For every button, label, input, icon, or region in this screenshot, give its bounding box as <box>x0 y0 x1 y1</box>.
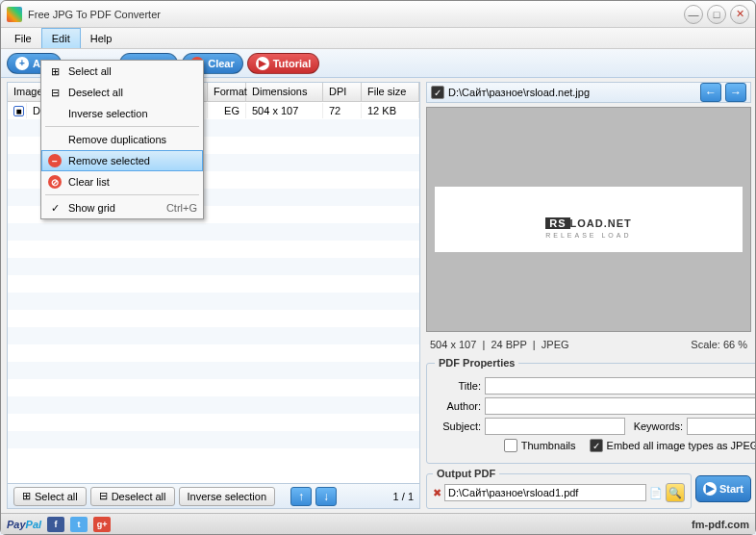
image-info: 504 x 107 | 24 BPP | JPEG Scale: 66 % <box>426 336 751 353</box>
statusbar: PayPal f t g+ fm-pdf.com <box>1 513 755 534</box>
row-checkbox[interactable]: ■ <box>13 106 24 116</box>
edit-dropdown: ⊞Select all ⊟Deselect all Inverse select… <box>40 60 204 219</box>
preview-header: ✓ D:\Сайт\разное\rsload.net.jpg ← → <box>426 82 751 103</box>
thumbnails-checkbox[interactable] <box>504 439 517 452</box>
delete-output-icon[interactable]: ✖ <box>433 487 441 499</box>
maximize-button[interactable]: □ <box>707 5 726 24</box>
select-all-button[interactable]: ⊞Select all <box>13 487 87 506</box>
keywords-field[interactable] <box>687 418 755 435</box>
minus-icon: − <box>48 154 62 167</box>
menu-remove-duplications[interactable]: Remove duplications <box>41 129 203 150</box>
app-icon <box>7 7 22 22</box>
menu-inverse[interactable]: Inverse selection <box>41 103 203 124</box>
scale-label: Scale: 66 % <box>691 339 747 350</box>
next-image-button[interactable]: → <box>725 83 746 102</box>
embed-jpeg-checkbox[interactable]: ✓ <box>590 439 603 452</box>
titlebar: Free JPG To PDF Converter — □ ✕ <box>1 1 755 28</box>
prev-image-button[interactable]: ← <box>700 83 721 102</box>
menu-remove-selected[interactable]: −Remove selected <box>41 150 203 171</box>
preview-path: D:\Сайт\разное\rsload.net.jpg <box>448 87 696 98</box>
expand-minus-icon: ⊟ <box>47 87 63 99</box>
col-dpi[interactable]: DPI <box>323 83 362 101</box>
menu-edit[interactable]: Edit <box>41 28 81 48</box>
play-icon: ▶ <box>256 57 269 70</box>
deselect-all-button[interactable]: ⊟Deselect all <box>90 487 175 506</box>
check-icon: ✓ <box>47 202 63 215</box>
inverse-button[interactable]: Inverse selection <box>179 487 276 506</box>
page-indicator: 1 / 1 <box>393 491 414 502</box>
pdf-properties: PDF Properties Title: Author: Subject: K… <box>426 357 755 464</box>
tutorial-button[interactable]: ▶Tutorial <box>247 53 320 74</box>
menu-show-grid[interactable]: ✓Show gridCtrl+G <box>41 197 203 218</box>
play-icon: ▶ <box>703 482 717 496</box>
move-up-button[interactable]: ↑ <box>290 487 312 506</box>
facebook-icon[interactable]: f <box>47 517 64 532</box>
menu-help[interactable]: Help <box>81 28 122 48</box>
googleplus-icon[interactable]: g+ <box>93 517 111 532</box>
right-panel: ✓ D:\Сайт\разное\rsload.net.jpg ← → RSLO… <box>426 82 751 509</box>
move-down-button[interactable]: ↓ <box>315 487 337 506</box>
grid-footer: ⊞Select all ⊟Deselect all Inverse select… <box>8 483 419 508</box>
menu-select-all[interactable]: ⊞Select all <box>41 61 203 82</box>
preview-area: RSLOAD.NET RELEASE LOAD <box>426 107 751 332</box>
window-title: Free JPG To PDF Converter <box>28 9 680 20</box>
pdf-icon: 📄 <box>649 487 663 499</box>
menu-deselect-all[interactable]: ⊟Deselect all <box>41 82 203 103</box>
browse-button[interactable]: 🔍 <box>666 483 685 502</box>
minimize-button[interactable]: — <box>684 5 703 24</box>
deselect-all-icon: ⊟ <box>99 490 108 502</box>
clear-icon: ⊘ <box>48 175 62 189</box>
col-filesize[interactable]: File size <box>362 83 419 101</box>
paypal-link[interactable]: PayPal <box>7 519 41 530</box>
expand-plus-icon: ⊞ <box>47 65 63 78</box>
subject-field[interactable] <box>485 418 625 435</box>
preview-toggle[interactable]: ✓ <box>431 86 444 99</box>
menu-clear-list[interactable]: ⊘Clear list <box>41 171 203 192</box>
output-pdf: Output PDF ✖ 📄 🔍 <box>426 468 692 509</box>
start-button[interactable]: ▶Start <box>695 475 751 502</box>
col-format[interactable]: Format <box>208 83 246 101</box>
output-path-field[interactable] <box>444 484 646 501</box>
menubar: File Edit Help <box>1 28 755 49</box>
author-field[interactable] <box>485 397 755 415</box>
menu-file[interactable]: File <box>5 28 41 48</box>
title-field[interactable] <box>485 377 755 395</box>
close-button[interactable]: ✕ <box>730 5 749 24</box>
col-dimensions[interactable]: Dimensions <box>246 83 323 101</box>
twitter-icon[interactable]: t <box>70 517 88 532</box>
select-all-icon: ⊞ <box>22 490 31 502</box>
preview-image: RSLOAD.NET RELEASE LOAD <box>435 187 743 252</box>
plus-icon: + <box>15 57 29 70</box>
site-link[interactable]: fm-pdf.com <box>692 519 749 530</box>
